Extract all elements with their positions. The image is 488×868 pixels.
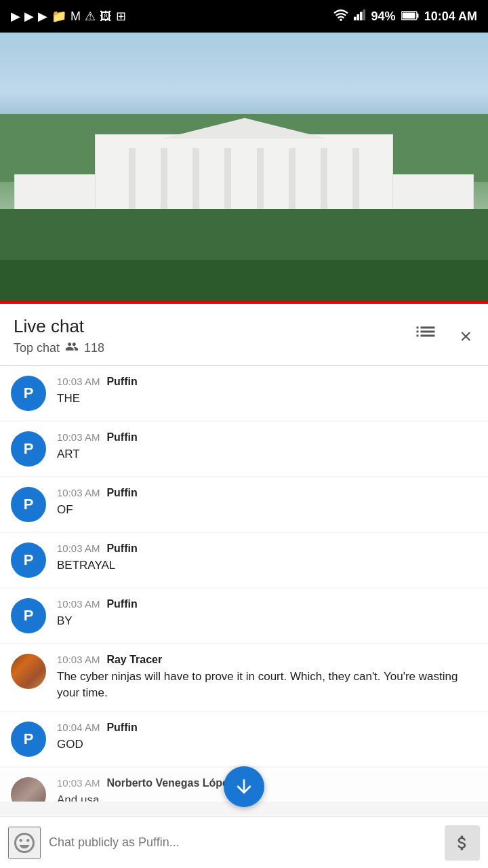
message-text: GOD	[57, 736, 477, 753]
message-author: Puffin	[106, 376, 137, 388]
avatar	[11, 777, 46, 802]
svg-rect-7	[402, 12, 415, 18]
filter-button[interactable]	[411, 321, 441, 353]
chat-message: P 10:03 AM Puffin BY	[0, 589, 488, 643]
viewer-count: 118	[84, 341, 104, 355]
avatar: P	[11, 598, 46, 633]
message-content: 10:03 AM Norberto Venegas López And usa	[57, 777, 477, 802]
battery-icon	[401, 9, 419, 24]
message-time: 10:03 AM	[57, 376, 100, 387]
time-display: 10:04 AM	[424, 9, 477, 24]
message-time: 10:03 AM	[57, 542, 100, 554]
message-text: BETRAYAL	[57, 557, 477, 574]
message-time: 10:03 AM	[57, 654, 100, 665]
battery-percent: 94%	[371, 9, 396, 24]
video-player[interactable]	[0, 33, 488, 304]
chat-input-bar	[0, 816, 488, 868]
chat-message: 10:03 AM Ray Tracer The cyber ninjas wil…	[0, 644, 488, 711]
status-bar: ▶ ▶ ▶ 📁 M ⚠ 🖼 ⊞ 94%	[0, 0, 488, 33]
chat-subtitle: Top chat 118	[14, 340, 104, 357]
notif-icon-3: ▶	[38, 9, 47, 24]
chat-header-actions: ×	[411, 321, 474, 353]
avatar: P	[11, 376, 46, 411]
message-text: THE	[57, 391, 477, 407]
message-content: 10:03 AM Puffin BETRAYAL	[57, 542, 477, 574]
emoji-button[interactable]	[8, 827, 41, 859]
progress-bar	[0, 301, 488, 304]
message-content: 10:03 AM Puffin OF	[57, 487, 477, 518]
message-author: Puffin	[106, 487, 137, 499]
super-chat-button[interactable]	[445, 825, 480, 861]
message-content: 10:04 AM Puffin GOD	[57, 722, 477, 753]
message-author: Puffin	[106, 722, 137, 734]
chat-message: P 10:03 AM Puffin OF	[0, 477, 488, 532]
notif-icon-5: M	[70, 9, 81, 24]
chat-header: Live chat Top chat 118 ×	[0, 304, 488, 366]
message-text: The cyber ninjas will have to prove it i…	[57, 669, 477, 701]
avatar	[11, 654, 46, 689]
avatar: P	[11, 722, 46, 757]
avatar: P	[11, 542, 46, 578]
message-author: Puffin	[106, 598, 137, 610]
notif-icon-2: ▶	[24, 9, 34, 24]
message-content: 10:03 AM Ray Tracer The cyber ninjas wil…	[57, 654, 477, 701]
people-icon	[65, 340, 79, 357]
message-time: 10:03 AM	[57, 431, 100, 443]
live-chat-title: Live chat	[14, 316, 104, 337]
message-author: Ray Tracer	[106, 654, 162, 666]
avatar: P	[11, 487, 46, 522]
message-time: 10:04 AM	[57, 722, 100, 733]
message-text: OF	[57, 502, 477, 518]
scroll-to-bottom-button[interactable]	[224, 766, 264, 807]
svg-point-0	[340, 18, 342, 21]
chat-message: P 10:03 AM Puffin ART	[0, 422, 488, 476]
message-author: Norberto Venegas López	[106, 777, 234, 789]
notification-icons: ▶ ▶ ▶ 📁 M ⚠ 🖼 ⊞	[11, 9, 126, 24]
svg-rect-4	[363, 9, 365, 20]
system-status: 94% 10:04 AM	[333, 9, 477, 24]
chat-input[interactable]	[49, 835, 436, 850]
message-author: Puffin	[106, 542, 137, 555]
notif-icon-1: ▶	[11, 9, 20, 24]
message-text: ART	[57, 446, 477, 462]
message-content: 10:03 AM Puffin BY	[57, 598, 477, 629]
message-text: BY	[57, 613, 477, 629]
avatar: P	[11, 431, 46, 467]
svg-rect-3	[360, 12, 363, 20]
signal-icon	[354, 9, 366, 24]
chat-message: P 10:04 AM Puffin GOD	[0, 712, 488, 766]
message-content: 10:03 AM Puffin ART	[57, 431, 477, 462]
notif-icon-8: ⊞	[116, 9, 126, 24]
notif-icon-6: ⚠	[85, 9, 96, 24]
message-time: 10:03 AM	[57, 777, 100, 789]
chat-message: P 10:03 AM Puffin BETRAYAL	[0, 533, 488, 587]
svg-rect-2	[357, 14, 359, 20]
top-chat-label[interactable]: Top chat	[14, 341, 60, 355]
svg-rect-1	[354, 16, 357, 20]
message-time: 10:03 AM	[57, 598, 100, 610]
svg-rect-6	[417, 14, 419, 18]
chat-message: P 10:03 AM Puffin THE	[0, 366, 488, 420]
message-text: And usa	[57, 792, 477, 802]
message-time: 10:03 AM	[57, 487, 100, 498]
notif-icon-4: 📁	[52, 9, 66, 24]
close-button[interactable]: ×	[457, 322, 474, 351]
wifi-icon	[333, 9, 348, 24]
message-author: Puffin	[106, 431, 137, 443]
chat-header-info: Live chat Top chat 118	[14, 316, 104, 357]
notif-icon-7: 🖼	[100, 9, 112, 24]
message-content: 10:03 AM Puffin THE	[57, 376, 477, 407]
